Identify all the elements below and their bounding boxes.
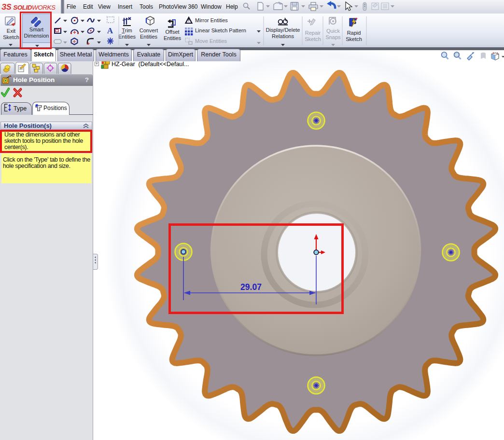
svg-text:A: A — [107, 26, 113, 35]
